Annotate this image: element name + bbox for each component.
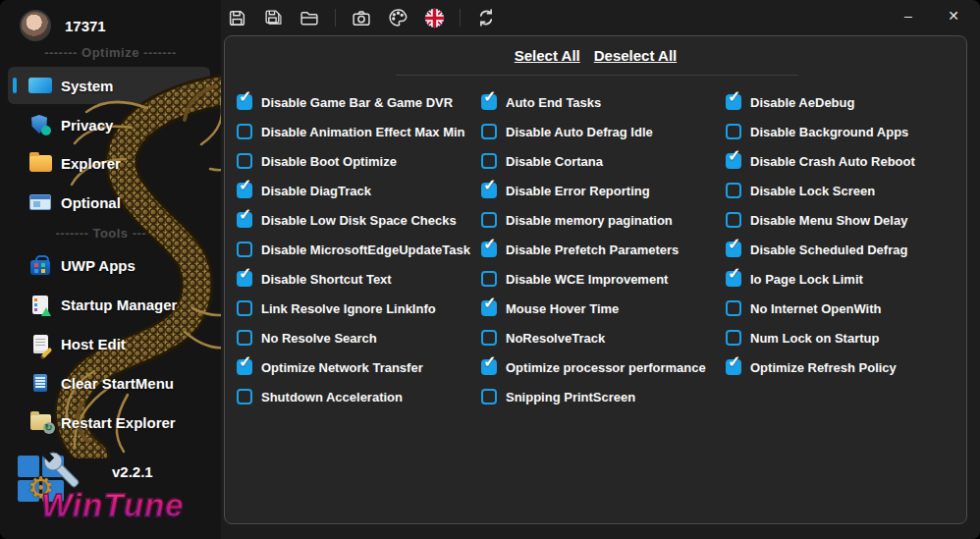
select-all-link[interactable]: Select All [515, 47, 580, 64]
checkbox-unchecked[interactable] [481, 153, 497, 169]
sidebar-item-host-edit[interactable]: Host Edit [8, 325, 210, 362]
sidebar-item-explorer[interactable]: Explorer [8, 144, 210, 182]
checkbox-row[interactable]: ✓Disable Game Bar & Game DVR [237, 87, 481, 117]
checkbox-row[interactable]: Disable Menu Show Delay [726, 205, 970, 235]
minimize-button[interactable]: – [894, 4, 923, 27]
checkbox-unchecked[interactable] [237, 124, 252, 139]
checkbox-row[interactable]: Link Resolve Ignore LinkInfo [237, 294, 481, 323]
checkbox-unchecked[interactable] [481, 271, 497, 287]
check-icon: ✓ [728, 354, 740, 370]
checkbox-checked[interactable]: ✓ [237, 359, 252, 375]
save-all-icon[interactable] [262, 7, 284, 28]
checkbox-row[interactable]: ✓Optimize Network Transfer [237, 352, 481, 382]
checkbox-checked[interactable]: ✓ [481, 359, 497, 375]
checkbox-checked[interactable]: ✓ [481, 242, 497, 257]
checkbox-row[interactable]: ✓Disable Low Disk Space Checks [237, 205, 481, 235]
sidebar-item-privacy[interactable]: Privacy [8, 106, 210, 143]
refresh-icon[interactable] [475, 7, 497, 28]
save-icon[interactable] [226, 7, 247, 28]
checkbox-checked[interactable]: ✓ [237, 271, 252, 287]
checkbox-checked[interactable]: ✓ [726, 359, 741, 375]
checkbox-row[interactable]: ✓Disable Shortcut Text [237, 264, 481, 294]
checkbox-label: NoResolveTrack [506, 331, 605, 346]
checkbox-label: Disable Boot Optimize [261, 154, 397, 169]
header-divider [396, 75, 798, 76]
checkbox-unchecked[interactable] [726, 330, 741, 346]
camera-icon[interactable] [351, 7, 372, 28]
checkbox-row[interactable]: Disable Lock Screen [726, 176, 970, 205]
checkbox-row[interactable]: Disable MicrosoftEdgeUpdateTask [237, 235, 481, 264]
checkbox-row[interactable]: Disable Background Apps [726, 117, 970, 146]
checkbox-row[interactable]: ✓Optimize processor performance [481, 352, 726, 382]
sidebar-item-startup-manager[interactable]: Startup Manager [8, 286, 210, 323]
checkbox-checked[interactable]: ✓ [481, 183, 497, 198]
checkbox-row[interactable]: ✓Disable AeDebug [726, 87, 970, 117]
checkbox-row[interactable]: ✓Optimize Refresh Policy [726, 352, 970, 382]
checkbox-unchecked[interactable] [481, 389, 497, 404]
checkbox-unchecked[interactable] [237, 300, 252, 316]
checkbox-row[interactable]: Shutdown Acceleration [237, 382, 481, 411]
sidebar-item-system[interactable]: System [8, 67, 210, 104]
check-icon: ✓ [483, 89, 496, 105]
checkbox-row[interactable]: ✓Disable DiagTrack [237, 176, 481, 205]
checkbox-checked[interactable]: ✓ [726, 153, 741, 169]
checkbox-label: Disable Game Bar & Game DVR [261, 95, 453, 110]
checkbox-unchecked[interactable] [726, 212, 741, 228]
checkbox-row[interactable]: Snipping PrintScreen [481, 382, 726, 411]
checkbox-checked[interactable]: ✓ [726, 94, 741, 110]
checkbox-row[interactable]: Disable memory pagination [481, 205, 726, 235]
open-folder-icon[interactable] [299, 7, 320, 28]
checkbox-row[interactable]: No Resolve Search [237, 323, 481, 352]
checkbox-row[interactable]: ✓Disable Crash Auto Reboot [726, 146, 970, 176]
checkbox-checked[interactable]: ✓ [481, 94, 497, 110]
checkbox-row[interactable]: Disable Cortana [481, 146, 726, 176]
checkbox-label: Snipping PrintScreen [506, 390, 635, 404]
brand-wordmark: WinTune [41, 487, 184, 524]
checkbox-unchecked[interactable] [726, 300, 741, 316]
checkbox-unchecked[interactable] [237, 330, 252, 346]
checkbox-label: Disable DiagTrack [261, 184, 371, 198]
store-bag-icon [27, 254, 53, 276]
checkbox-row[interactable]: ✓Io Page Lock Limit [726, 264, 970, 294]
checkbox-unchecked[interactable] [237, 389, 252, 404]
sidebar-item-optional[interactable]: Optional [8, 184, 210, 221]
checkbox-row[interactable]: ✓Auto End Tasks [481, 87, 726, 117]
checkbox-row[interactable]: Disable Animation Effect Max Min [237, 117, 481, 146]
close-button[interactable]: ✕ [939, 4, 968, 27]
language-uk-flag-icon[interactable] [423, 7, 445, 28]
checkbox-row[interactable]: ✓Disable Prefetch Parameters [481, 235, 726, 264]
checkbox-row[interactable]: ✓Mouse Hover Time [481, 294, 726, 323]
checkbox-checked[interactable]: ✓ [726, 271, 741, 287]
sidebar-item-uwp-apps[interactable]: UWP Apps [8, 246, 210, 284]
theme-palette-icon[interactable] [387, 7, 408, 28]
checkbox-row[interactable]: ✓Disable Scheduled Defrag [726, 235, 970, 264]
checkbox-unchecked[interactable] [237, 153, 252, 169]
checkbox-unchecked[interactable] [481, 124, 497, 139]
checkbox-row[interactable]: Disable Boot Optimize [237, 146, 481, 176]
sidebar-item-restart-explorer[interactable]: ↻ Restart Explorer [8, 404, 210, 441]
checkbox-unchecked[interactable] [481, 212, 497, 228]
checkbox-unchecked[interactable] [726, 124, 741, 139]
checkbox-checked[interactable]: ✓ [726, 242, 741, 257]
checkbox-unchecked[interactable] [237, 242, 252, 257]
checkbox-checked[interactable]: ✓ [481, 300, 497, 316]
checkbox-row[interactable]: NoResolveTrack [481, 323, 726, 352]
deselect-all-link[interactable]: Deselect All [594, 47, 678, 64]
checkbox-row[interactable]: ✓Disable Error Reporting [481, 176, 726, 205]
profile[interactable]: 17371 [20, 10, 106, 41]
sidebar-item-clear-startmenu[interactable]: Clear StartMenu [8, 364, 210, 402]
checkbox-label: Disable Lock Screen [750, 184, 875, 198]
checkbox-label: Optimize processor performance [506, 360, 706, 375]
checkbox-label: Num Lock on Startup [750, 331, 879, 346]
sidebar-item-label: Host Edit [61, 336, 126, 352]
checkbox-row[interactable]: No Internet OpenWith [726, 294, 970, 323]
checkbox-row[interactable]: Disable WCE Improvement [481, 264, 726, 294]
checkbox-checked[interactable]: ✓ [237, 212, 252, 228]
section-label-tools: ------- Tools ------- [0, 226, 221, 241]
checkbox-unchecked[interactable] [481, 330, 497, 346]
checkbox-row[interactable]: Num Lock on Startup [726, 323, 970, 352]
checkbox-unchecked[interactable] [726, 183, 741, 198]
checkbox-row[interactable]: Disable Auto Defrag Idle [481, 117, 726, 146]
checkbox-checked[interactable]: ✓ [237, 183, 252, 198]
checkbox-checked[interactable]: ✓ [237, 94, 252, 110]
